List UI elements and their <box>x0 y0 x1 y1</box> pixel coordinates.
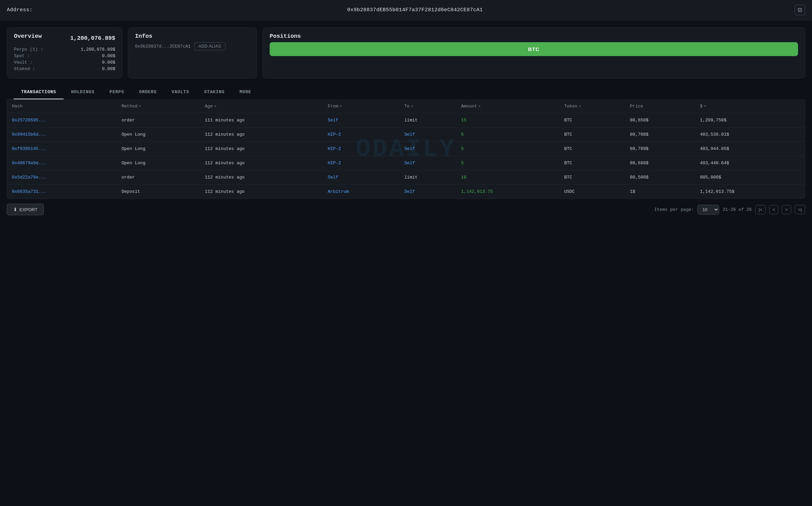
table-wrapper: ODAILY HashMethod▼Age▼From▼To▼Amount▼Tok… <box>7 100 805 199</box>
overview-total: 1,200,076.89$ <box>70 35 115 41</box>
col-header-age[interactable]: Age▼ <box>200 100 323 113</box>
tx-from[interactable]: HIP-2 <box>323 128 400 142</box>
overview-staked-value: 0.00$ <box>102 66 115 71</box>
tx-from: Self <box>323 170 400 185</box>
infos-title: Infos <box>135 33 152 39</box>
last-page-button[interactable]: >| <box>795 205 805 214</box>
table-row: 0x25728595...order111 minutes agoSelflim… <box>7 113 805 128</box>
tx-dollar: 403,440.64$ <box>695 156 805 170</box>
overview-spot-label: Spot : <box>14 53 30 58</box>
tx-hash-link[interactable]: 0x5d22a79e... <box>12 175 46 180</box>
tx-age: 112 minutes ago <box>200 142 323 156</box>
wallet-address-value: 0x9b28837dEB55b014F7a37F2812d6eC042CE87c… <box>347 7 483 13</box>
tx-method: order <box>117 170 200 185</box>
tx-to[interactable]: Self <box>400 185 456 199</box>
add-alias-button[interactable]: ADD ALIAS <box>194 42 226 50</box>
table-row: 0x48679a9d...Open Long112 minutes agoHIP… <box>7 156 805 170</box>
tx-method: Deposit <box>117 185 200 199</box>
tx-age: 112 minutes ago <box>200 185 323 199</box>
tx-to[interactable]: Self <box>400 156 456 170</box>
tx-dollar: 403,944.05$ <box>695 142 805 156</box>
table-body: 0x25728595...order111 minutes agoSelflim… <box>7 113 805 199</box>
tx-from[interactable]: Arbitrum <box>323 185 400 199</box>
tx-price: 80,650$ <box>625 113 695 128</box>
dollar-filter-icon[interactable]: ▼ <box>704 104 706 108</box>
copy-address-button[interactable]: ⧉ <box>795 5 805 15</box>
col-header-method[interactable]: Method▼ <box>117 100 200 113</box>
footer-row: ⬇ EXPORT Items per page: 102550100 21-26… <box>0 199 812 220</box>
infos-address-short: 0x9b28837d...2CE87cA1 <box>135 44 191 49</box>
tab-holdings[interactable]: HOLDINGS <box>64 85 102 99</box>
next-page-button[interactable]: > <box>782 205 791 214</box>
tx-hash-link[interactable]: 0x48679a9d... <box>12 161 46 166</box>
tx-to[interactable]: Self <box>400 142 456 156</box>
export-button[interactable]: ⬇ EXPORT <box>7 204 44 215</box>
tx-to: limit <box>400 170 456 185</box>
tab-perps[interactable]: PERPS <box>102 85 132 99</box>
tx-hash-link[interactable]: 0x6635a731... <box>12 189 46 194</box>
overview-perps-row: Perps (1) : 1,200,076.89$ <box>14 47 115 52</box>
col-header-from[interactable]: From▼ <box>323 100 400 113</box>
table-row: 0x6635a731...Deposit112 minutes agoArbit… <box>7 185 805 199</box>
table-header: HashMethod▼Age▼From▼To▼Amount▼Token▼Pric… <box>7 100 805 113</box>
token-filter-icon[interactable]: ▼ <box>579 104 581 108</box>
btc-position-button[interactable]: BTC <box>270 42 798 56</box>
overview-vault-value: 0.00$ <box>102 60 115 65</box>
tx-token: USDC <box>559 185 625 199</box>
tx-method: Open Long <box>117 142 200 156</box>
positions-title: Positions <box>270 33 301 39</box>
tx-hash-link[interactable]: 0x25728595... <box>12 118 46 123</box>
pagination: Items per page: 102550100 21-26 of 26 |<… <box>654 205 805 215</box>
items-per-page-select[interactable]: 102550100 <box>697 205 719 215</box>
age-filter-icon[interactable]: ▼ <box>214 104 217 108</box>
infos-card: Infos 0x9b28837d...2CE87cA1 ADD ALIAS <box>128 27 257 79</box>
cards-row: Overview 1,200,076.89$ Perps (1) : 1,200… <box>0 20 812 82</box>
wallet-address: Address: <box>7 7 33 13</box>
overview-perps-value: 1,200,076.89$ <box>81 47 115 52</box>
tx-dollar: 1,209,750$ <box>695 113 805 128</box>
tab-vaults[interactable]: VAULTS <box>164 85 197 99</box>
page-info: 21-26 of 26 <box>723 207 752 212</box>
method-filter-icon[interactable]: ▼ <box>139 104 141 108</box>
col-header-amount[interactable]: Amount▼ <box>456 100 559 113</box>
tx-price: 80,789$ <box>625 142 695 156</box>
to-filter-icon[interactable]: ▼ <box>411 104 413 108</box>
from-filter-icon[interactable]: ▼ <box>340 104 342 108</box>
overview-card: Overview 1,200,076.89$ Perps (1) : 1,200… <box>7 27 122 79</box>
tx-price: 1$ <box>625 185 695 199</box>
col-header-token[interactable]: Token▼ <box>559 100 625 113</box>
tx-to[interactable]: Self <box>400 128 456 142</box>
tx-token: BTC <box>559 113 625 128</box>
tx-token: BTC <box>559 156 625 170</box>
first-page-button[interactable]: |< <box>755 205 766 214</box>
transactions-table: HashMethod▼Age▼From▼To▼Amount▼Token▼Pric… <box>7 100 805 199</box>
tx-hash-link[interactable]: 0x99415b6d... <box>12 132 46 137</box>
tx-price: 80,688$ <box>625 156 695 170</box>
tab-more[interactable]: MORE <box>232 85 258 99</box>
tx-amount: 5 <box>456 128 559 142</box>
tx-amount: 1,142,013.75 <box>456 185 559 199</box>
col-header-dollar[interactable]: $▼ <box>695 100 805 113</box>
tx-from: Self <box>323 113 400 128</box>
tx-token: BTC <box>559 128 625 142</box>
transactions-table-container: ODAILY HashMethod▼Age▼From▼To▼Amount▼Tok… <box>7 100 805 199</box>
overview-title: Overview <box>14 33 42 39</box>
tab-orders[interactable]: ORDERS <box>132 85 164 99</box>
tabs-container: TRANSACTIONSHOLDINGSPERPSORDERSVAULTSSTA… <box>7 85 805 100</box>
overview-staked-label: Staked : <box>14 66 35 71</box>
tab-staking[interactable]: STAKING <box>197 85 232 99</box>
tx-from[interactable]: HIP-2 <box>323 156 400 170</box>
amount-filter-icon[interactable]: ▼ <box>478 104 481 108</box>
prev-page-button[interactable]: < <box>769 205 779 214</box>
col-header-to[interactable]: To▼ <box>400 100 456 113</box>
col-header-hash: Hash <box>7 100 117 113</box>
tx-from[interactable]: HIP-2 <box>323 142 400 156</box>
tx-price: 80,708$ <box>625 128 695 142</box>
tab-transactions[interactable]: TRANSACTIONS <box>14 85 64 99</box>
tx-hash-link[interactable]: 0xf9395145... <box>12 146 46 151</box>
tx-amount: 5 <box>456 142 559 156</box>
tx-amount: 15 <box>456 113 559 128</box>
tx-age: 112 minutes ago <box>200 170 323 185</box>
tx-age: 112 minutes ago <box>200 156 323 170</box>
tx-method: Open Long <box>117 128 200 142</box>
